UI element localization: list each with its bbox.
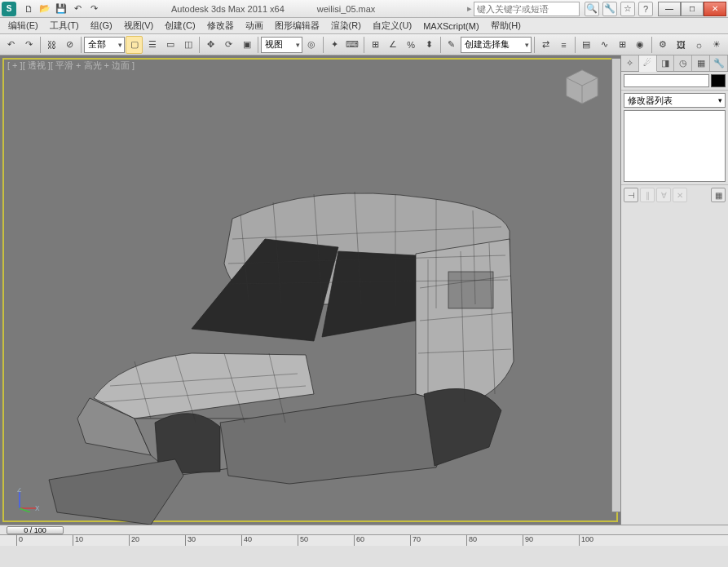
menu-grapheditors[interactable]: 图形编辑器 [270, 18, 324, 33]
menu-customize[interactable]: 自定义(U) [368, 18, 417, 33]
window-crossing-icon[interactable]: ◫ [179, 36, 196, 54]
model-wireframe [45, 149, 583, 557]
show-end-result-icon[interactable]: ∥ [640, 188, 655, 202]
app-title: Autodesk 3ds Max 2011 x64 [171, 4, 285, 14]
modify-icon: ☄ [643, 58, 651, 69]
pivot-icon[interactable]: ◎ [303, 36, 320, 54]
maximize-button[interactable]: □ [681, 2, 704, 16]
viewport-scrollbar-vertical[interactable] [611, 58, 621, 512]
menu-group[interactable]: 组(G) [86, 18, 117, 33]
redo-icon[interactable]: ↷ [20, 36, 38, 54]
object-name-field[interactable] [624, 74, 709, 87]
align-icon[interactable]: ≡ [555, 36, 572, 54]
qat-save-icon[interactable]: 💾 [54, 2, 68, 16]
tick: 20 [129, 535, 185, 546]
qat-open-icon[interactable]: 📂 [38, 2, 52, 16]
menu-views[interactable]: 视图(V) [119, 18, 159, 33]
render-icon[interactable]: ☼ [690, 36, 708, 54]
render-setup-icon[interactable]: ⚙ [655, 36, 672, 54]
tab-utilities[interactable]: 🔧 [710, 55, 728, 71]
menu-create[interactable]: 创建(C) [160, 18, 200, 33]
modifier-list-dropdown[interactable]: 修改器列表 [624, 93, 726, 108]
minimize-button[interactable]: — [658, 2, 681, 16]
select-object-icon[interactable]: ▢ [126, 36, 143, 54]
viewport-perspective[interactable]: [ + ][ 透视 ][ 平滑 + 高光 + 边面 ] z x [2, 58, 618, 522]
menu-maxscript[interactable]: MAXScript(M) [418, 20, 483, 33]
object-color-swatch[interactable] [711, 74, 726, 87]
menu-edit[interactable]: 编辑(E) [3, 18, 43, 33]
curve-editor-icon[interactable]: ∿ [596, 36, 613, 54]
tick: 60 [354, 535, 410, 546]
app-icon[interactable]: S [2, 2, 16, 16]
percent-snap-icon[interactable]: % [403, 36, 420, 54]
material-editor-icon[interactable]: ◉ [632, 36, 649, 54]
tick: 80 [466, 535, 523, 546]
manipulate-icon[interactable]: ✦ [326, 36, 343, 54]
help-icon[interactable]: ? [638, 2, 653, 16]
favorite-icon[interactable]: ☆ [620, 2, 635, 16]
main-toolbar: ↶ ↷ ⛓ ⊘ 全部 ▢ ☰ ▭ ◫ ✥ ⟳ ▣ 视图 ◎ ✦ ⌨ ⊞ ∠ % … [0, 34, 728, 55]
remove-mod-icon[interactable]: ✕ [673, 188, 687, 202]
tab-display[interactable]: ▦ [692, 55, 710, 71]
tick: 30 [185, 535, 241, 546]
axis-gizmo-icon: z x [15, 488, 40, 512]
qat-undo-icon[interactable]: ↶ [70, 2, 85, 16]
tab-modify[interactable]: ☄ [639, 55, 657, 72]
menu-animation[interactable]: 动画 [240, 18, 268, 33]
configure-sets-icon[interactable]: ▦ [711, 188, 726, 202]
schematic-icon[interactable]: ⊞ [614, 36, 631, 54]
tick: 100 [579, 535, 635, 546]
viewcube-icon[interactable] [563, 66, 602, 105]
selection-filter-dropdown[interactable]: 全部 [84, 37, 125, 53]
menu-modifiers[interactable]: 修改器 [202, 18, 239, 33]
close-button[interactable]: ✕ [704, 2, 726, 16]
menu-tools[interactable]: 工具(T) [45, 18, 84, 33]
svg-text:z: z [17, 488, 22, 494]
select-region-icon[interactable]: ▭ [161, 36, 179, 54]
spinner-snap-icon[interactable]: ⬍ [421, 36, 438, 54]
make-unique-icon[interactable]: ∀ [656, 188, 671, 202]
ref-coord-dropdown[interactable]: 视图 [261, 37, 302, 53]
qat-new-icon[interactable]: 🗋 [21, 2, 36, 16]
layers-icon[interactable]: ▤ [578, 36, 595, 54]
select-by-name-icon[interactable]: ☰ [143, 36, 161, 54]
search-input[interactable] [474, 2, 580, 16]
svg-text:x: x [35, 503, 40, 512]
named-selection-dropdown[interactable]: 创建选择集 [461, 37, 532, 53]
search-caret-icon: ▸ [467, 3, 472, 14]
quick-render-icon[interactable]: ☀ [708, 36, 726, 54]
scale-icon[interactable]: ▣ [238, 36, 255, 54]
keymode-icon[interactable]: ⌨ [344, 36, 361, 54]
qat-redo-icon[interactable]: ↷ [86, 2, 101, 16]
tick: 70 [410, 535, 466, 546]
modifier-stack[interactable] [624, 110, 726, 182]
tab-create[interactable]: ✧ [621, 55, 639, 71]
pin-stack-icon[interactable]: ⊣ [624, 188, 638, 202]
undo-icon[interactable]: ↶ [2, 36, 20, 54]
named-sel-edit-icon[interactable]: ✎ [443, 36, 460, 54]
tick: 50 [298, 535, 354, 546]
snap-toggle-icon[interactable]: ⊞ [367, 36, 384, 54]
tick: 90 [523, 535, 579, 546]
time-slider-bar[interactable]: 0 / 100 [0, 525, 728, 534]
rotate-icon[interactable]: ⟳ [220, 36, 237, 54]
unlink-icon[interactable]: ⊘ [61, 36, 78, 54]
move-icon[interactable]: ✥ [202, 36, 219, 54]
viewport-label[interactable]: [ + ][ 透视 ][ 平滑 + 高光 + 边面 ] [7, 60, 135, 72]
help-key-icon[interactable]: 🔧 [602, 2, 617, 16]
menu-rendering[interactable]: 渲染(R) [326, 18, 366, 33]
angle-snap-icon[interactable]: ∠ [385, 36, 402, 54]
timeline-ruler[interactable]: 0 10 20 30 40 50 60 70 80 90 100 [0, 534, 728, 546]
link-icon[interactable]: ⛓ [43, 36, 60, 54]
mirror-icon[interactable]: ⇄ [537, 36, 554, 54]
tab-hierarchy[interactable]: ◨ [657, 55, 675, 71]
rendered-frame-icon[interactable]: 🖼 [673, 36, 690, 54]
svg-rect-7 [448, 272, 493, 308]
tick: 40 [241, 535, 298, 546]
time-slider-thumb[interactable]: 0 / 100 [7, 526, 64, 534]
menu-help[interactable]: 帮助(H) [486, 18, 526, 33]
menubar: 编辑(E) 工具(T) 组(G) 视图(V) 创建(C) 修改器 动画 图形编辑… [0, 18, 728, 34]
tab-motion[interactable]: ◷ [674, 55, 692, 71]
command-panel: ✧ ☄ ◨ ◷ ▦ 🔧 修改器列表 ⊣ ∥ ∀ ✕ ▦ [620, 55, 728, 525]
binoculars-icon[interactable]: 🔍 [585, 2, 599, 16]
